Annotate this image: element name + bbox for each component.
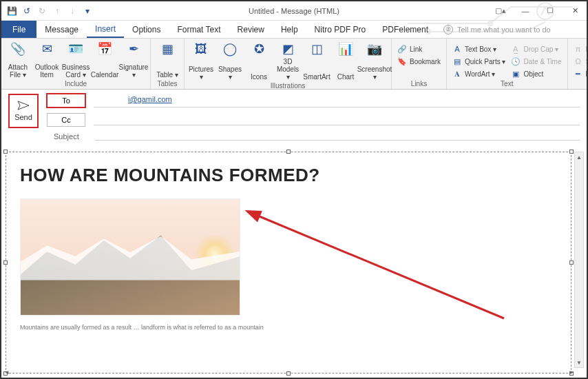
send-icon xyxy=(17,101,30,110)
document-content: HOW ARE MOUNTAINS FORMED? Mountains are … xyxy=(6,152,571,343)
quick-access-toolbar: 💾 ↺ ↻ ↑ ↓ ▾ xyxy=(1,6,92,16)
resize-handle-ne[interactable] xyxy=(569,150,574,154)
subject-field[interactable] xyxy=(95,132,580,141)
link-button[interactable]: 🔗Link xyxy=(395,43,443,55)
to-field[interactable]: i@gamil.com xyxy=(94,95,580,107)
group-symbols: πEquation ▾ ΩSymbol ▾ ━Horizontal Line S… xyxy=(568,39,587,89)
symbol-icon: Ω xyxy=(574,57,583,65)
picture-icon: 🖼 xyxy=(193,41,209,58)
scroll-right-button[interactable]: ► xyxy=(569,369,574,376)
tab-options[interactable]: Options xyxy=(124,21,169,38)
signature-button[interactable]: ✒Signature ▾ xyxy=(120,40,147,80)
table-button[interactable]: ▦Table ▾ xyxy=(154,40,181,80)
symbol-button[interactable]: ΩSymbol ▾ xyxy=(571,55,587,68)
dropcap-button[interactable]: A̲Drop Cap ▾ xyxy=(508,43,564,55)
address-fields: i@gamil.com xyxy=(94,94,580,128)
ribbon-options-button[interactable]: ▢▴ xyxy=(489,3,512,19)
datetime-button[interactable]: 🕓Date & Time xyxy=(508,55,564,68)
chart-icon: 📊 xyxy=(337,41,354,58)
bulb-icon: ⦿ xyxy=(443,25,453,34)
group-text: AText Box ▾ ▤Quick Parts ▾ 𝐀WordArt ▾ A̲… xyxy=(447,39,568,89)
wordart-button[interactable]: 𝐀WordArt ▾ xyxy=(450,68,508,80)
horizontal-scrollbar[interactable]: ◄ ► xyxy=(4,369,574,376)
screenshot-icon: 📷 xyxy=(366,41,383,58)
minimize-button[interactable]: — xyxy=(514,3,537,19)
horizontal-line-button[interactable]: ━Horizontal Line xyxy=(571,68,587,80)
subject-row: Subject xyxy=(1,131,587,143)
resize-handle-e[interactable] xyxy=(569,260,574,265)
icons-icon: ✪ xyxy=(251,41,267,58)
screenshot-button[interactable]: 📷Screenshot ▾ xyxy=(361,40,388,82)
up-icon[interactable]: ↑ xyxy=(52,6,62,16)
tab-file[interactable]: File xyxy=(1,21,36,38)
tab-pdfelement[interactable]: PDFelement xyxy=(374,21,437,38)
cc-field[interactable] xyxy=(94,113,580,125)
undo-icon[interactable]: ↺ xyxy=(22,6,32,16)
document-caption: Mountains are usually formed as a result… xyxy=(20,324,557,331)
pictures-button[interactable]: 🖼Pictures ▾ xyxy=(187,40,215,82)
card-icon: 🪪 xyxy=(67,41,84,58)
to-recipient[interactable]: i@gamil.com xyxy=(128,95,172,103)
table-icon: ▦ xyxy=(159,41,176,58)
chart-button[interactable]: 📊Chart xyxy=(332,40,359,82)
resize-handle-n[interactable] xyxy=(286,150,291,154)
bookmark-button[interactable]: 🔖Bookmark xyxy=(395,55,443,68)
tab-message[interactable]: Message xyxy=(36,21,87,38)
smartart-button[interactable]: ◫SmartArt xyxy=(303,40,330,82)
group-illustrations-label: Illustrations xyxy=(187,82,388,90)
bookmark-icon: 🔖 xyxy=(397,57,407,66)
link-icon: 🔗 xyxy=(397,45,407,54)
to-button[interactable]: To xyxy=(47,94,85,107)
vertical-scrollbar[interactable]: ▲ ▼ xyxy=(574,152,584,368)
maximize-button[interactable]: ☐ xyxy=(538,3,562,19)
hline-icon: ━ xyxy=(574,70,583,79)
close-button[interactable]: ✕ xyxy=(563,3,587,19)
tab-review[interactable]: Review xyxy=(229,21,273,38)
send-button[interactable]: Send xyxy=(8,94,39,128)
resize-handle-nw[interactable] xyxy=(3,150,8,154)
inserted-object[interactable]: HOW ARE MOUNTAINS FORMED? Mountains are … xyxy=(6,152,571,373)
tab-format-text[interactable]: Format Text xyxy=(169,21,229,38)
group-include: 📎Attach File ▾ ✉Outlook Item 🪪Business C… xyxy=(1,39,151,89)
address-buttons: To Cc xyxy=(47,94,85,128)
paperclip-icon: 📎 xyxy=(10,41,26,58)
smartart-icon: ◫ xyxy=(308,41,325,58)
outlook-item-button[interactable]: ✉Outlook Item xyxy=(33,40,61,80)
ribbon-tabs: File Message Insert Options Format Text … xyxy=(1,21,587,39)
qat-more-icon[interactable]: ▾ xyxy=(83,6,92,16)
group-links: 🔗Link 🔖Bookmark Links xyxy=(392,39,447,89)
resize-handle-w[interactable] xyxy=(3,260,8,265)
save-icon[interactable]: 💾 xyxy=(7,6,17,16)
tab-help[interactable]: Help xyxy=(273,21,306,38)
signature-icon: ✒ xyxy=(125,41,142,58)
scroll-left-button[interactable]: ◄ xyxy=(4,369,10,376)
tab-nitro-pdf[interactable]: Nitro PDF Pro xyxy=(306,21,375,38)
textbox-button[interactable]: AText Box ▾ xyxy=(450,43,508,55)
equation-button[interactable]: πEquation ▾ xyxy=(571,43,587,55)
scroll-up-button[interactable]: ▲ xyxy=(575,152,583,162)
mountain-image xyxy=(20,198,240,316)
icons-button[interactable]: ✪Icons xyxy=(245,40,273,82)
group-tables: ▦Table ▾ Tables xyxy=(151,39,185,89)
business-card-button[interactable]: 🪪Business Card ▾ xyxy=(62,40,90,80)
3d-models-button[interactable]: ◩3D Models ▾ xyxy=(274,40,302,82)
redo-icon[interactable]: ↻ xyxy=(37,6,47,16)
group-include-label: Include xyxy=(4,80,147,89)
down-icon[interactable]: ↓ xyxy=(67,6,77,16)
tell-me-placeholder: Tell me what you want to do xyxy=(457,25,551,34)
calendar-button[interactable]: 📅Calendar xyxy=(91,40,118,80)
tell-me-search[interactable]: ⦿ Tell me what you want to do xyxy=(443,21,551,38)
object-button[interactable]: ▣Object xyxy=(508,68,564,80)
calendar-icon: 📅 xyxy=(96,41,113,58)
ribbon-panel: 📎Attach File ▾ ✉Outlook Item 🪪Business C… xyxy=(1,39,587,90)
quickparts-button[interactable]: ▤Quick Parts ▾ xyxy=(450,55,508,68)
document-heading: HOW ARE MOUNTAINS FORMED? xyxy=(20,165,557,186)
scroll-down-button[interactable]: ▼ xyxy=(575,358,583,367)
attach-file-button[interactable]: 📎Attach File ▾ xyxy=(4,40,32,80)
message-body[interactable]: HOW ARE MOUNTAINS FORMED? Mountains are … xyxy=(6,152,571,373)
shapes-button[interactable]: ◯Shapes ▾ xyxy=(216,40,244,82)
datetime-icon: 🕓 xyxy=(511,57,521,66)
textbox-icon: A xyxy=(452,45,462,53)
cc-button[interactable]: Cc xyxy=(47,113,85,127)
tab-insert[interactable]: Insert xyxy=(87,21,124,38)
